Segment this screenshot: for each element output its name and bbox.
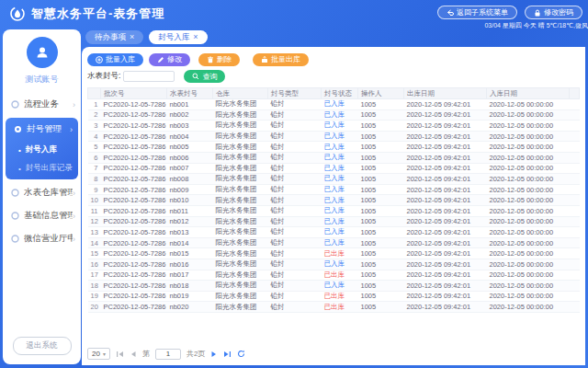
cell-seal-status: 已入库 (322, 195, 358, 206)
cell-operator: 1005 (358, 270, 404, 281)
sidebar-subitem-seal-outbound-records[interactable]: • 封号出库记录 (6, 159, 78, 178)
table-row[interactable]: 13 PC2020-12-05-7286 nb013 阳光水务集团 铅封 已入库… (88, 227, 580, 238)
cell-warehouse: 阳光水务集团 (213, 302, 268, 313)
change-password-button[interactable]: 修改密码 (525, 6, 582, 19)
cell-inbound-date: 2020-12-05 00:00:00 (487, 142, 570, 153)
sidebar-item-seal-management[interactable]: 封号管理 › (6, 118, 78, 141)
sidebar-menu: 流程业务 › 封号管理 › • 封号入库 • 封号出库记录 (3, 93, 81, 337)
delete-button[interactable]: 删除 (198, 53, 240, 66)
sidebar-item-wechat-hall[interactable]: 微信营业厅申请 › (3, 227, 81, 250)
cell-warehouse: 阳光水务集团 (213, 216, 268, 227)
cell-batch: PC2020-12-05-7286 (101, 152, 167, 163)
table-row[interactable]: 3 PC2020-12-05-7286 nb003 阳光水务集团 铅封 已入库 … (88, 121, 580, 132)
sidebar-subitem-seal-inbound[interactable]: • 封号入库 (6, 141, 78, 159)
sidebar-item-base-info[interactable]: 基础信息管理 › (3, 204, 81, 227)
table-row[interactable]: 11 PC2020-12-05-7286 nb011 阳光水务集团 铅封 已入库… (88, 205, 580, 216)
cell-seal-status: 已出库 (322, 302, 358, 313)
page-number-input[interactable] (155, 349, 181, 360)
table-row[interactable]: 14 PC2020-12-05-7286 nb014 阳光水务集团 铅封 已入库… (88, 237, 580, 248)
cell-operator: 1005 (358, 248, 404, 259)
table-row[interactable]: 4 PC2020-12-05-7286 nb004 阳光水务集团 铅封 已入库 … (88, 131, 580, 142)
cell-batch: PC2020-12-05-7286 (101, 248, 167, 259)
tab-todo[interactable]: 待办事项 × (85, 30, 143, 44)
table-row[interactable]: 15 PC2020-12-05-7286 nb015 阳光水务集团 铅封 已出库… (88, 248, 580, 259)
cell-batch: PC2020-12-05-7286 (101, 121, 167, 132)
table-row[interactable]: 18 PC2020-12-05-7286 nb018 阳光水务集团 铅封 已入库… (88, 281, 580, 292)
table-row[interactable]: 1 PC2020-12-05-7286 nb001 阳光水务集团 铅封 已入库 … (88, 99, 580, 110)
cell-batch: PC2020-12-05-7286 (101, 237, 167, 248)
tab-close-icon[interactable]: × (193, 33, 198, 41)
batch-inbound-button[interactable]: 批量入库 (87, 53, 143, 66)
sidebar-group-seal-management: 封号管理 › • 封号入库 • 封号出库记录 (6, 118, 78, 179)
cell-seal-status: 已入库 (322, 109, 358, 121)
prev-page-button[interactable] (130, 351, 137, 358)
cell-seal-type: 铅封 (268, 99, 322, 110)
page-size-select[interactable]: 20 ▾ (87, 348, 110, 360)
table-row[interactable]: 16 PC2020-12-05-7286 nb016 阳光水务集团 铅封 已入库… (88, 259, 580, 270)
cell-seal-status: 已入库 (322, 184, 358, 195)
chevron-right-icon: › (73, 212, 75, 221)
table-row[interactable]: 5 PC2020-12-05-7286 nb005 阳光水务集团 铅封 已入库 … (88, 142, 580, 153)
cell-seal-status: 已出库 (322, 291, 358, 302)
first-page-button[interactable] (116, 351, 124, 358)
cell-seal-number: nb020 (167, 302, 213, 313)
cell-outbound-date: 2020-12-05 09:42:01 (404, 152, 487, 163)
base-info-icon (11, 212, 19, 220)
col-batch: 批次号 (101, 88, 167, 99)
table-row[interactable]: 8 PC2020-12-05-7286 nb008 阳光水务集团 铅封 已入库 … (88, 174, 580, 185)
table-row[interactable]: 7 PC2020-12-05-7286 nb007 阳光水务集团 铅封 已入库 … (88, 163, 580, 174)
row-index: 12 (88, 216, 101, 227)
refresh-icon[interactable] (237, 350, 245, 358)
sidebar-item-process-business[interactable]: 流程业务 › (3, 93, 81, 116)
cell-seal-status: 已入库 (322, 216, 358, 227)
back-arrow-icon (447, 9, 454, 17)
back-to-system-menu-button[interactable]: 返回子系统菜单 (437, 6, 517, 19)
cell-inbound-date: 2020-12-05 00:00:00 (487, 302, 570, 313)
batch-outbound-button[interactable]: 批量出库 (253, 53, 309, 66)
table-row[interactable]: 2 PC2020-12-05-7286 nb002 阳光水务集团 铅封 已入库 … (88, 109, 580, 121)
cell-operator: 1005 (358, 237, 404, 248)
cell-seal-status: 已入库 (322, 131, 358, 142)
cell-batch: PC2020-12-05-7286 (101, 99, 167, 110)
cell-operator: 1005 (358, 142, 404, 153)
cell-seal-status: 已入库 (322, 142, 358, 153)
cell-inbound-date: 2020-12-05 00:00:00 (487, 184, 570, 195)
sidebar-item-meter-warehouse[interactable]: 水表仓库管理 › (3, 181, 81, 204)
bullet-icon: • (18, 165, 21, 173)
row-index: 4 (88, 131, 101, 142)
tab-close-icon[interactable]: × (130, 33, 134, 41)
edit-button[interactable]: 修改 (149, 53, 190, 66)
seal-number-input[interactable] (123, 71, 175, 82)
search-button[interactable]: 查询 (184, 70, 225, 83)
cell-batch: PC2020-12-05-7286 (101, 142, 167, 153)
row-index: 17 (88, 270, 101, 281)
cell-seal-status: 已入库 (322, 227, 358, 238)
row-index: 8 (88, 174, 101, 185)
table-row[interactable]: 12 PC2020-12-05-7286 nb012 阳光水务集团 铅封 已入库… (88, 216, 580, 227)
table-row[interactable]: 10 PC2020-12-05-7286 nb010 阳光水务集团 铅封 已入库… (88, 195, 580, 206)
table-row[interactable]: 9 PC2020-12-05-7286 nb009 阳光水务集团 铅封 已入库 … (88, 184, 580, 195)
sidebar: 测试账号 流程业务 › 封号管理 › • 封号入库 • 封号出库 (3, 29, 81, 364)
cell-outbound-date: 2020-12-05 09:42:01 (404, 270, 487, 281)
cell-batch: PC2020-12-05-7286 (101, 270, 167, 281)
cell-batch: PC2020-12-05-7286 (101, 259, 167, 270)
table-row[interactable]: 17 PC2020-12-05-7286 nb017 阳光水务集团 铅封 已出库… (88, 270, 580, 281)
cell-seal-status: 已入库 (322, 99, 358, 110)
tab-seal-inbound[interactable]: 封号入库 × (149, 30, 207, 44)
cell-seal-number: nb004 (167, 131, 213, 142)
last-page-button[interactable] (223, 351, 232, 358)
next-page-button[interactable] (210, 351, 218, 358)
cell-seal-type: 铅封 (268, 216, 322, 227)
cell-seal-type: 铅封 (268, 163, 322, 174)
table-row[interactable]: 20 PC2020-12-05-7286 nb020 阳光水务集团 铅封 已出库… (88, 302, 580, 313)
chevron-right-icon: › (73, 235, 75, 244)
logout-button[interactable]: 退出系统 (13, 337, 72, 355)
cell-seal-status: 已入库 (322, 237, 358, 248)
username-label: 测试账号 (26, 74, 59, 86)
cell-batch: PC2020-12-05-7286 (101, 205, 167, 216)
table-row[interactable]: 19 PC2020-12-05-7286 nb019 阳光水务集团 铅封 已出库… (88, 291, 580, 302)
cell-batch: PC2020-12-05-7286 (101, 281, 167, 292)
row-index: 5 (88, 142, 101, 153)
cell-seal-number: nb019 (167, 291, 213, 302)
table-row[interactable]: 6 PC2020-12-05-7286 nb006 阳光水务集团 铅封 已入库 … (88, 152, 580, 163)
